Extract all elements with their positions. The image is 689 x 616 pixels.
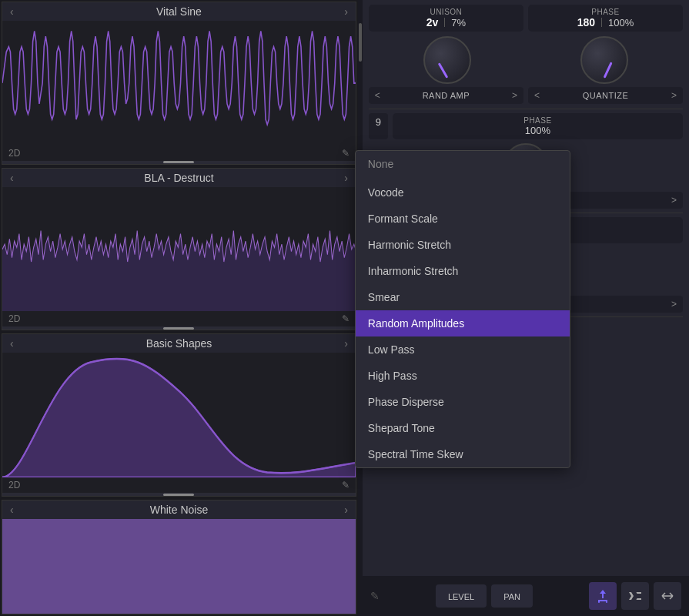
dropdown-item-inharmonic-stretch[interactable]: Inharmonic Stretch	[356, 258, 570, 284]
dropdown-menu: None Vocode Formant Scale Harmonic Stret…	[355, 150, 570, 468]
osc2-waveform	[2, 187, 356, 312]
phase-degrees: 180	[577, 16, 595, 28]
unison-value: 7%	[451, 17, 466, 28]
svg-rect-2	[606, 600, 607, 603]
quantize-knob[interactable]	[580, 36, 628, 84]
osc2-header: ‹ BLA - Destruct ›	[2, 169, 356, 187]
osc3-dim: 2D	[8, 480, 20, 490]
osc1-footer: 2D ✎	[2, 146, 356, 161]
rand-amp-knob-wrap	[423, 36, 471, 84]
rand-amp-nav-left[interactable]: <	[375, 90, 380, 101]
rand-amp-indicator	[438, 62, 449, 79]
shuffle-btn[interactable]	[621, 582, 649, 610]
sync-nav-right[interactable]: >	[671, 195, 677, 206]
pan-btn[interactable]: PAN	[491, 584, 533, 608]
osc1-top-row: UNISON 2v 7% PHASE 180 100%	[369, 5, 683, 32]
osc1-header: ‹ Vital Sine ›	[2, 2, 356, 21]
osc1-scroll	[2, 161, 356, 164]
dropdown-item-none[interactable]: None	[356, 151, 570, 179]
osc2-title: BLA - Destruct	[144, 172, 213, 184]
level-btn[interactable]: LEVEL	[436, 584, 487, 608]
phase-label-1: PHASE	[591, 8, 619, 16]
left-panel: ‹ Vital Sine › 2D ✎ ‹ BLA - Destruct ›	[0, 0, 358, 616]
unison-values: 2v 7%	[426, 16, 466, 28]
osc3-edit-icon[interactable]: ✎	[342, 480, 350, 490]
nav-bars-row: < RAND AMP > < QUANTIZE >	[369, 87, 683, 104]
phase-label-2: PHASE	[523, 116, 551, 125]
dropdown-item-phase-disperse[interactable]: Phase Disperse	[356, 389, 570, 415]
osc3-footer: 2D ✎	[2, 477, 356, 493]
osc1-prev-arrow[interactable]: ‹	[10, 5, 14, 18]
export-icon	[595, 588, 610, 604]
osc3-scroll-thumb	[163, 494, 194, 496]
dropdown-item-random-amplitudes[interactable]: Random Amplitudes	[356, 310, 570, 336]
osc4-prev-arrow[interactable]: ‹	[10, 504, 14, 516]
oscillator-card-1: ‹ Vital Sine › 2D ✎	[2, 2, 356, 165]
osc2-edit-icon[interactable]: ✎	[342, 313, 350, 324]
dropdown-item-low-pass[interactable]: Low Pass	[356, 336, 570, 363]
osc2-next-arrow[interactable]: ›	[344, 172, 348, 184]
dropdown-item-vocode[interactable]: Vocode	[356, 179, 570, 206]
phase-values-1: 180 100%	[577, 16, 634, 28]
knobs-row-1	[369, 36, 683, 84]
quantize-nav-label: QUANTIZE	[583, 91, 629, 100]
unison-voice: 2v	[426, 16, 439, 28]
dropdown-item-shepard-tone[interactable]: Shepard Tone	[356, 415, 570, 441]
quantize-indicator	[604, 62, 613, 78]
osc2-scroll-thumb	[163, 327, 194, 330]
phase-block-1: PHASE 180 100%	[528, 5, 683, 32]
quantize-nav: < QUANTIZE >	[528, 87, 683, 104]
footer-icons	[589, 582, 681, 610]
export-btn[interactable]	[589, 582, 617, 610]
unison-divider	[444, 18, 445, 27]
osc2-footer: 2D ✎	[2, 311, 356, 326]
osc3-scroll	[2, 493, 356, 496]
right-panel: UNISON 2v 7% PHASE 180 100%	[363, 0, 689, 616]
footer-btns: LEVEL PAN	[436, 584, 533, 608]
osc4-next-arrow[interactable]: ›	[344, 504, 348, 516]
osc1-waveform	[2, 21, 356, 146]
osc1-next-arrow[interactable]: ›	[344, 5, 348, 18]
phase-divider-1	[601, 18, 602, 27]
osc2-scroll	[2, 326, 356, 330]
right-footer: ✎ LEVEL PAN	[363, 576, 689, 616]
dropdown-item-spectral-time-skew[interactable]: Spectral Time Skew	[356, 441, 570, 467]
phase-pct-1: 100%	[608, 17, 634, 28]
footer-pencil-icon[interactable]: ✎	[370, 590, 380, 602]
dropdown-item-smear[interactable]: Smear	[356, 284, 570, 310]
osc3-title: Basic Shapes	[146, 337, 212, 350]
quantize-nav-right[interactable]: >	[671, 90, 677, 101]
osc4-title: White Noise	[150, 504, 208, 516]
unison-label: UNISON	[430, 8, 462, 16]
oscillator-card-3: ‹ Basic Shapes › 2D ✎	[2, 333, 356, 497]
osc4-waveform	[2, 519, 356, 614]
rand-amp-nav-right[interactable]: >	[512, 90, 517, 101]
dropdown-item-high-pass[interactable]: High Pass	[356, 363, 570, 389]
osc3-prev-arrow[interactable]: ‹	[10, 337, 14, 350]
unison-block: UNISON 2v 7%	[369, 5, 523, 32]
level-label: LEVEL	[448, 592, 474, 601]
osc1-controls: UNISON 2v 7% PHASE 180 100%	[363, 0, 689, 109]
osc1-title: Vital Sine	[156, 5, 202, 18]
osc3-waveform	[2, 353, 356, 477]
osc2-dim: 2D	[8, 313, 20, 324]
dropdown-item-formant-scale[interactable]: Formant Scale	[356, 206, 570, 232]
shuffle-icon	[627, 588, 643, 604]
arrows-btn[interactable]	[654, 582, 681, 610]
osc1-edit-icon[interactable]: ✎	[342, 148, 350, 159]
osc2-voice-val: 9	[369, 113, 388, 139]
osc2-prev-arrow[interactable]: ‹	[10, 172, 14, 184]
rand-amp-knob[interactable]	[423, 36, 471, 84]
dropdown-item-harmonic-stretch[interactable]: Harmonic Stretch	[356, 232, 570, 258]
quantize-nav-left[interactable]: <	[534, 90, 540, 101]
osc3-nav-right[interactable]: >	[671, 299, 677, 310]
osc3-header: ‹ Basic Shapes ›	[2, 334, 356, 353]
phase-block-2: PHASE 100%	[393, 113, 683, 139]
oscillator-card-4: ‹ White Noise ›	[2, 500, 356, 614]
quantize-knob-wrap	[580, 36, 628, 84]
osc1-scroll-thumb	[163, 161, 194, 163]
osc4-header: ‹ White Noise ›	[2, 500, 356, 519]
osc1-dim: 2D	[8, 148, 20, 159]
rand-amp-nav: < RAND AMP >	[369, 87, 523, 104]
osc3-next-arrow[interactable]: ›	[344, 337, 348, 350]
